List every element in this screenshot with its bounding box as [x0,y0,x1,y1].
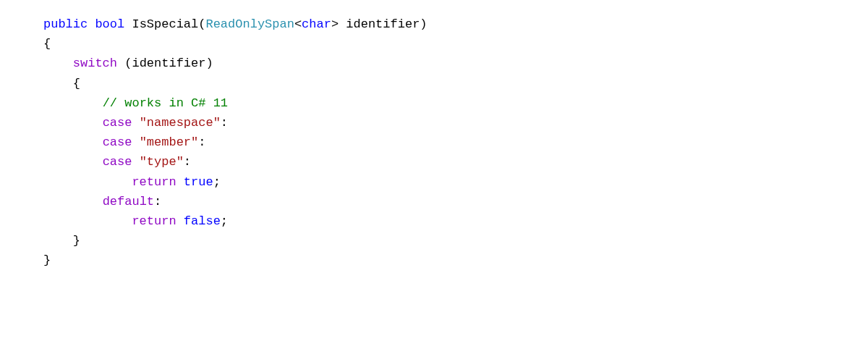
string-literal: "namespace" [140,116,221,130]
switch-expr: (identifier) [117,56,213,70]
paren-open: ( [198,17,205,31]
code-block: public bool IsSpecial(ReadOnlySpan<char>… [0,0,868,285]
keyword-case: case [103,135,132,149]
keyword-char: char [302,17,331,31]
brace-open: { [43,37,51,51]
keyword-default: default [103,195,154,209]
paren-close: ) [420,17,427,31]
comment-line: // works in C# 11 [103,96,228,110]
brace-close: } [43,253,51,267]
colon: : [184,155,191,169]
keyword-return: return [132,214,176,228]
keyword-switch: switch [73,56,117,70]
keyword-public: public [43,17,88,31]
semicolon: ; [221,214,228,228]
colon: : [221,116,228,130]
string-literal: "member" [140,135,199,149]
method-name: IsSpecial [132,17,198,31]
keyword-return: return [132,175,176,189]
colon: : [198,135,205,149]
param-name: identifier [339,17,420,31]
keyword-false: false [184,214,221,228]
angle-open: < [294,17,302,31]
string-literal: "type" [140,155,184,169]
brace-open-inner: { [73,77,80,90]
type-name: ReadOnlySpan [205,17,294,31]
colon: : [154,195,161,209]
brace-close-inner: } [73,234,80,248]
keyword-case: case [103,155,132,169]
keyword-true: true [184,175,213,189]
keyword-case: case [103,116,132,130]
angle-close: > [331,17,339,31]
semicolon: ; [213,175,221,189]
keyword-bool: bool [95,17,124,31]
